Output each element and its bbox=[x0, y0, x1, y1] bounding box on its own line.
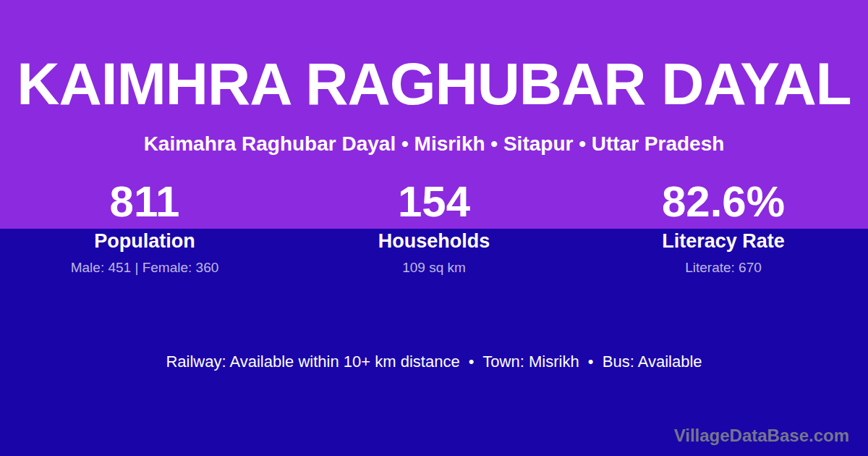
literacy-value: 82.6% bbox=[579, 180, 868, 224]
village-title: KAIMHRA RAGHUBAR DAYAL bbox=[0, 52, 868, 116]
stats-row: 811 Population Male: 451 | Female: 360 1… bbox=[0, 180, 868, 276]
literacy-label: Literacy Rate bbox=[579, 230, 868, 252]
breadcrumb: Kaimahra Raghubar Dayal • Misrikh • Sita… bbox=[0, 132, 868, 156]
population-value: 811 bbox=[0, 180, 289, 224]
population-label: Population bbox=[0, 230, 289, 252]
literacy-detail: Literate: 670 bbox=[579, 260, 868, 276]
village-stat-card: KAIMHRA RAGHUBAR DAYAL Kaimahra Raghubar… bbox=[0, 0, 868, 456]
site-watermark: VillageDataBase.com bbox=[674, 426, 849, 446]
households-value: 154 bbox=[289, 180, 579, 224]
stat-population: 811 Population Male: 451 | Female: 360 bbox=[0, 180, 289, 276]
households-label: Households bbox=[289, 230, 579, 252]
transport-info-line: Railway: Available within 10+ km distanc… bbox=[0, 352, 868, 371]
stat-households: 154 Households 109 sq km bbox=[289, 180, 579, 276]
population-detail: Male: 451 | Female: 360 bbox=[0, 260, 289, 276]
households-detail: 109 sq km bbox=[289, 260, 579, 276]
stat-literacy-rate: 82.6% Literacy Rate Literate: 670 bbox=[579, 180, 868, 276]
